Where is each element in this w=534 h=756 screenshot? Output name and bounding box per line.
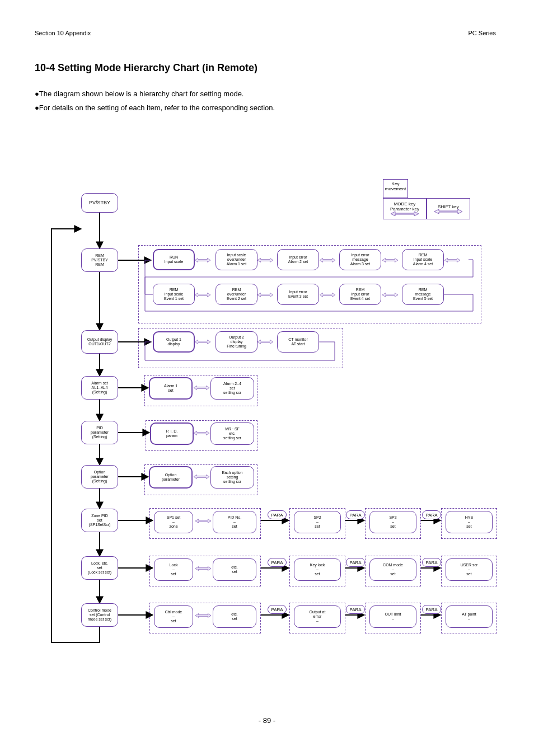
row1-bot-0: REMInput scaleEvent 1 set <box>153 284 195 305</box>
row8-tail-0: Output aterror– <box>294 605 341 628</box>
main-r2: Output display OUT1/OUT2 <box>81 330 118 354</box>
row1-bot-3: REMInput errorEvent 4 set <box>339 284 381 305</box>
row4-0: P. I. D.param <box>150 422 194 445</box>
row6-tail-1: SP3–set <box>369 511 416 533</box>
heading-note-2: ●For details on the setting of each item… <box>35 104 275 113</box>
para-pill-8-3: PARA <box>422 605 441 614</box>
row8-pair-1: etc.set <box>213 605 256 628</box>
row4-1: MR · SFetc.setting scr <box>210 422 254 445</box>
row6-pair-0: SP1 set–zone <box>154 511 193 533</box>
row1-bot-1: REMover/underEvent 2 set <box>216 284 257 305</box>
section-label: Section 10 Appendix <box>35 29 91 37</box>
row1-bot-4: REMmessageEvent 5 set <box>402 284 444 305</box>
svg-marker-0 <box>391 212 419 216</box>
row1-top-4: REMInput scaleAlarm 4 set <box>402 249 444 270</box>
row1-top-0: RUNInput scale <box>153 249 195 270</box>
row5-0: Optionparameter <box>149 466 193 489</box>
heading-note-1: ●The diagram shown below is a hierarchy … <box>35 90 243 99</box>
legend-box-1: MODE key Parameter key <box>383 198 427 219</box>
para-pill-6-3: PARA <box>422 510 441 519</box>
row8-tail-2: AT point– <box>446 605 493 628</box>
para-pill-7-2: PARA <box>346 558 365 567</box>
legend-box-2: SHIFT key <box>427 198 470 219</box>
page-number: - 89 - <box>0 716 534 726</box>
row1-top-1: Input scaleover/underAlarm 1 set <box>216 249 257 270</box>
row6-pair-1: PID No.–set <box>213 511 256 533</box>
row7-tail-0: Key lock–set <box>294 558 341 581</box>
para-pill-6-1: PARA <box>268 510 287 519</box>
row7-tail-2: USER scr–set <box>446 558 493 581</box>
row1-top-2: Input errorAlarm 2 set <box>277 249 319 270</box>
row5-1: Each optionsettingsetting scr <box>210 466 254 489</box>
row6-tail-0: SP2–set <box>294 511 341 533</box>
row2-0: Output 1display <box>153 331 195 353</box>
row3-1: Alarm 2–4setsetting scr <box>210 377 254 400</box>
main-r6: Zone PID set (SP1SetScr) <box>81 509 118 532</box>
row3-0: Alarm 1set <box>149 377 193 400</box>
main-r7: Lock, etc. set (Lock set scr) <box>81 556 118 580</box>
root-box: PV/STBY <box>81 193 118 213</box>
row1-top-3: Input errormessageAlarm 3 set <box>339 249 381 270</box>
row2-1: Output 2displayFine tuning <box>216 331 257 353</box>
arrows <box>0 0 534 756</box>
row8-pair-0: Ctrl mode–set <box>154 605 193 628</box>
row1-bot-2: Input errorEvent 3 set <box>277 284 319 305</box>
product-label: PC Series <box>468 29 496 37</box>
row6-tail-2: HYS–set <box>446 511 493 533</box>
main-r4: PID parameter (Setting) <box>81 421 118 444</box>
row7-pair-1: etc.set <box>213 558 256 581</box>
para-pill-7-3: PARA <box>422 558 441 567</box>
page-heading: 10-4 Setting Mode Hierarchy Chart (in Re… <box>35 62 257 74</box>
main-r3: Alarm set AL1–AL4 (Setting) <box>81 376 118 400</box>
row7-tail-1: COM mode–set <box>369 558 416 581</box>
main-r5: Option parameter (Setting) <box>81 465 118 489</box>
main-r8: Control mode set (Control mode set scr) <box>81 603 118 627</box>
para-pill-8-1: PARA <box>268 605 287 614</box>
para-pill-6-2: PARA <box>346 510 365 519</box>
para-pill-8-2: PARA <box>346 605 365 614</box>
main-r1: REM PV/STBY REM <box>81 248 118 272</box>
para-pill-7-1: PARA <box>268 558 287 567</box>
svg-marker-1 <box>434 209 462 214</box>
row7-pair-0: Lock–set <box>154 558 193 581</box>
row8-tail-1: OUT limit– <box>369 605 416 628</box>
legend-title-box: Key movement <box>383 179 408 198</box>
row2-2: CT monitorAT start <box>277 331 319 353</box>
